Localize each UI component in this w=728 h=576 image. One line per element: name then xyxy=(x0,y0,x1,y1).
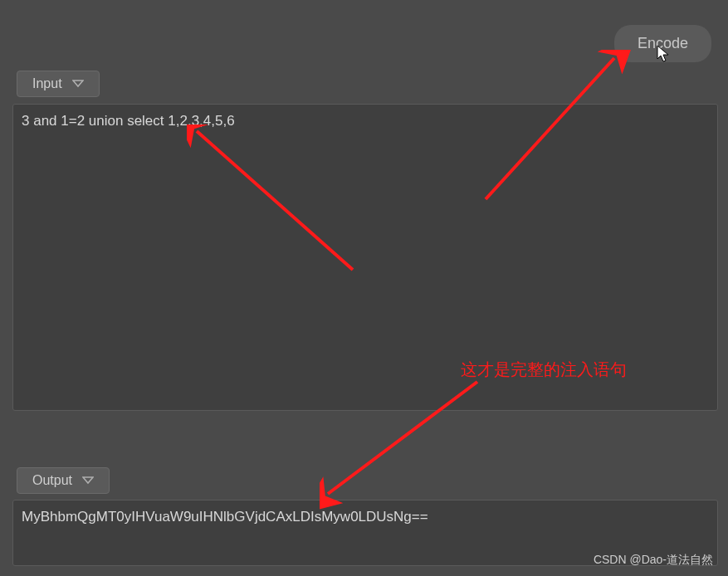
input-section-header: Input xyxy=(17,71,100,97)
encode-button[interactable]: Encode xyxy=(614,25,711,62)
annotation-note-1: 这才是完整的注入语句 xyxy=(461,359,627,381)
watermark-text: CSDN @Dao-道法自然 xyxy=(594,553,713,568)
chevron-down-icon xyxy=(72,80,84,88)
output-section-header: Output xyxy=(17,467,110,494)
input-label-text: Input xyxy=(32,76,62,91)
app-container: Encode Input 3 and 1=2 union select 1,2,… xyxy=(0,0,728,576)
input-dropdown[interactable]: Input xyxy=(17,71,100,97)
chevron-down-icon xyxy=(82,476,94,485)
output-label-text: Output xyxy=(32,473,72,488)
output-dropdown[interactable]: Output xyxy=(17,467,110,494)
